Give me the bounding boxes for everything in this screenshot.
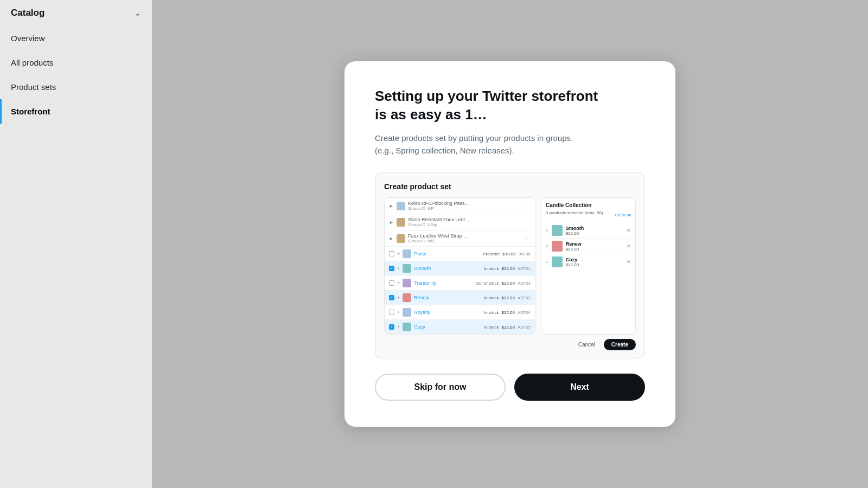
sidebar-item-label: Product sets — [11, 82, 56, 92]
checkbox-checked[interactable]: ✓ — [389, 295, 394, 300]
sidebar-item-label: Overview — [11, 34, 45, 43]
list-item: + Tranquility Out of stock $22.00 AZF02 — [385, 276, 535, 291]
drag-handle-icon: ≡ — [546, 244, 548, 249]
product-thumb — [552, 225, 563, 236]
modal-title: Setting up your Twitter storefrontis as … — [375, 87, 645, 124]
product-thumb — [403, 323, 411, 331]
preview-footer: Cancel Create — [384, 335, 636, 350]
product-thumb — [403, 308, 411, 317]
list-item: ✓ + Cozy In stock $22.00 AZF05 — [385, 320, 535, 334]
selected-item: ≡ Renew $22.00 ✕ — [546, 239, 631, 254]
sidebar-item-overview[interactable]: Overview — [0, 26, 152, 50]
product-thumb — [403, 264, 411, 273]
modal-subtitle: Create products set by putting your prod… — [375, 132, 645, 157]
products-count: 3 products selected (max: 50) — [546, 210, 603, 215]
product-thumb — [552, 256, 563, 267]
product-thumb — [397, 218, 405, 227]
selected-item: ≡ Smooth $22.00 ✕ — [546, 223, 631, 239]
expand-icon: ► — [389, 236, 394, 241]
next-button[interactable]: Next — [514, 374, 645, 401]
create-button[interactable]: Create — [604, 339, 636, 350]
remove-item-button[interactable]: ✕ — [627, 259, 631, 265]
catalog-title: Catalog — [11, 8, 44, 18]
product-thumb — [552, 241, 563, 252]
product-thumb — [403, 293, 411, 302]
sidebar-item-label: All products — [11, 58, 53, 67]
cancel-button[interactable]: Cancel — [574, 339, 599, 350]
remove-item-button[interactable]: ✕ — [627, 228, 631, 233]
checkbox-checked[interactable]: ✓ — [389, 266, 394, 271]
preview-card-title: Create product set — [384, 182, 636, 191]
sidebar-item-label: Storefront — [11, 107, 50, 116]
checkbox[interactable] — [389, 310, 394, 315]
collection-name: Candle Collection — [546, 202, 631, 208]
list-item: ► Faux Leather Wrist Strap ... Group ID:… — [385, 230, 535, 247]
list-item: ► Kelso RFID-blocking Pass... Group ID: … — [385, 198, 535, 214]
clear-all-button[interactable]: Clear all — [615, 213, 631, 217]
product-thumb — [397, 234, 405, 243]
expand-icon: ► — [389, 220, 394, 225]
sidebar-item-storefront[interactable]: Storefront — [0, 99, 152, 124]
list-item: + Royalty In stock $22.00 AZF04 — [385, 305, 535, 320]
list-item: ✓ + Smooth In stock $22.00 AZF01 — [385, 261, 535, 276]
product-thumb — [403, 279, 411, 287]
drag-handle-icon: ≡ — [546, 260, 548, 265]
modal-actions: Skip for now Next — [375, 374, 645, 401]
list-item: ► Slash Resistant Faux Leat... Group ID:… — [385, 214, 535, 230]
expand-icon: ► — [389, 203, 394, 209]
preview-card: Create product set ► Kelso RFID-blocking… — [375, 172, 645, 358]
selected-item: ≡ Cozy $22.00 ✕ — [546, 254, 631, 269]
checkbox-checked[interactable]: ✓ — [389, 324, 394, 330]
checkbox[interactable] — [389, 280, 394, 286]
product-thumb — [397, 202, 405, 210]
chevron-down-icon: ⌄ — [135, 9, 141, 17]
preview-selected-panel: Candle Collection 3 products selected (m… — [541, 197, 636, 335]
sidebar-item-all-products[interactable]: All products — [0, 50, 152, 75]
remove-item-button[interactable]: ✕ — [627, 243, 631, 249]
sidebar-catalog-header[interactable]: Catalog ⌄ — [0, 0, 152, 26]
product-thumb — [403, 249, 411, 258]
checkbox[interactable] — [389, 251, 394, 256]
modal: Setting up your Twitter storefrontis as … — [344, 61, 675, 427]
list-item: ✓ + Renew In stock $22.00 AZF03 — [385, 291, 535, 305]
skip-button[interactable]: Skip for now — [375, 374, 506, 401]
preview-product-list: ► Kelso RFID-blocking Pass... Group ID: … — [384, 197, 535, 335]
sidebar: Catalog ⌄ Overview All products Product … — [0, 0, 152, 488]
sidebar-item-product-sets[interactable]: Product sets — [0, 75, 152, 99]
preview-inner: ► Kelso RFID-blocking Pass... Group ID: … — [384, 197, 636, 335]
main-content: Setting up your Twitter storefrontis as … — [152, 0, 868, 488]
list-item: + Purse Preorder $10.00 98736 — [385, 247, 535, 261]
drag-handle-icon: ≡ — [546, 228, 548, 233]
